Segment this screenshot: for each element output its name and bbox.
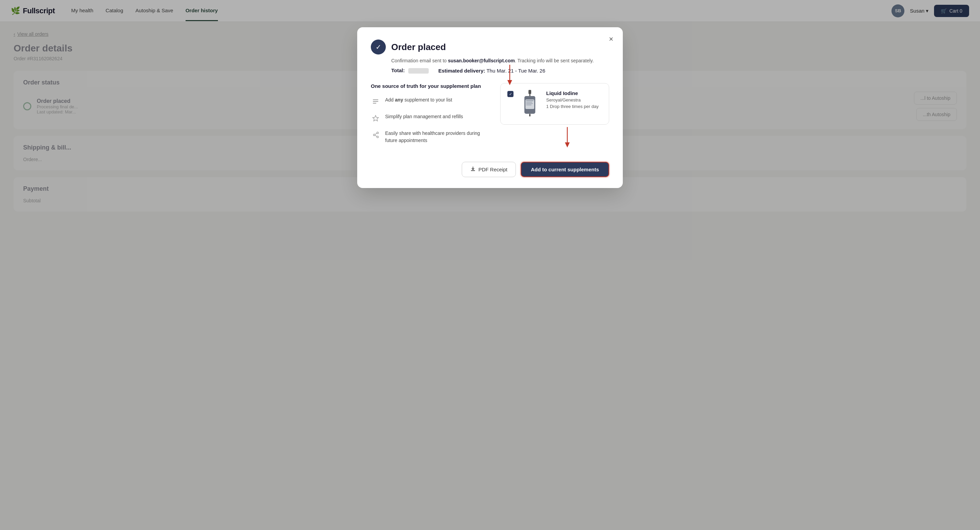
feature-text-2: Simplify plan management and refills [385,113,463,120]
svg-line-8 [375,135,377,137]
modal-title: Order placed [391,42,446,53]
product-image [519,90,541,118]
feature-text-3: Easily share with healthcare providers d… [385,130,489,144]
feature-item-1: Add any supplement to your list [371,96,489,106]
svg-rect-19 [529,114,531,116]
modal-totals: Total: Estimated delivery: Thu Mar. 21 -… [391,67,609,73]
svg-line-7 [375,133,377,135]
download-icon [470,166,476,173]
modal: ✓ Order placed × Confirmation email sent… [357,27,623,188]
modal-body: One source of truth for your supplement … [371,83,609,151]
feature-item-3: Easily share with healthcare providers d… [371,130,489,144]
modal-close-button[interactable]: × [609,35,613,43]
share-icon [371,130,380,140]
svg-rect-15 [526,100,534,101]
add-to-supplements-button[interactable]: Add to current supplements [521,162,609,177]
svg-rect-11 [528,90,531,94]
list-icon [371,97,380,106]
total-value-blurred [408,68,429,73]
product-card: ✓ [500,83,609,125]
product-dosage: 1 Drop three times per day [546,104,602,109]
svg-rect-2 [373,103,376,103]
product-checkbox[interactable]: ✓ [508,91,514,97]
pdf-receipt-button[interactable]: PDF Receipt [462,162,516,177]
features-heading: One source of truth for your supplement … [371,83,489,89]
modal-footer: PDF Receipt Add to current supplements [371,162,609,177]
product-info: Liquid Iodine Seroyal/Genestra 1 Drop th… [546,90,602,109]
product-brand: Seroyal/Genestra [546,97,602,102]
modal-email-line: Confirmation email sent to susan.booker@… [391,58,609,64]
svg-marker-10 [508,80,512,85]
modal-header: ✓ Order placed [371,40,609,54]
svg-rect-22 [471,170,475,171]
page-background: ‹ View all orders Order details Order #R… [0,22,980,530]
svg-marker-3 [373,115,379,121]
svg-rect-18 [526,105,531,105]
star-icon [371,113,380,123]
svg-rect-12 [529,94,531,96]
svg-rect-17 [526,103,533,104]
product-name: Liquid Iodine [546,90,602,96]
svg-point-4 [374,134,375,136]
svg-rect-16 [526,102,532,102]
feature-item-2: Simplify plan management and refills [371,113,489,123]
modal-features: One source of truth for your supplement … [371,83,489,151]
modal-overlay: ✓ Order placed × Confirmation email sent… [0,0,980,530]
svg-rect-0 [373,99,378,100]
svg-rect-1 [373,101,378,102]
check-circle-icon: ✓ [371,40,386,54]
